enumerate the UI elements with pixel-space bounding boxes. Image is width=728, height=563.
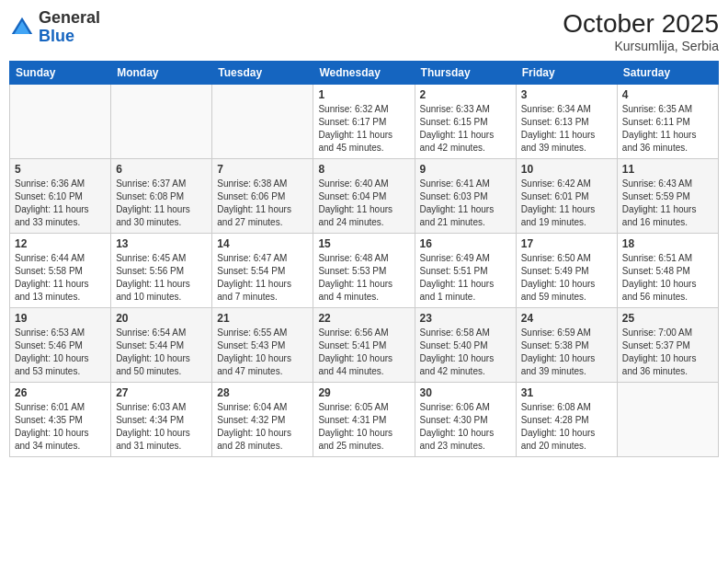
table-row: 27Sunrise: 6:03 AM Sunset: 4:34 PM Dayli…	[111, 383, 212, 457]
day-number: 19	[15, 312, 106, 325]
day-number: 9	[420, 163, 511, 176]
day-info: Sunrise: 6:53 AM Sunset: 5:46 PM Dayligh…	[15, 327, 106, 378]
day-number: 24	[521, 312, 612, 325]
calendar-week-row: 5Sunrise: 6:36 AM Sunset: 6:10 PM Daylig…	[10, 159, 719, 234]
day-number: 18	[622, 237, 713, 250]
table-row: 29Sunrise: 6:05 AM Sunset: 4:31 PM Dayli…	[313, 383, 415, 457]
day-info: Sunrise: 6:48 AM Sunset: 5:53 PM Dayligh…	[318, 252, 409, 304]
calendar-week-row: 19Sunrise: 6:53 AM Sunset: 5:46 PM Dayli…	[10, 308, 719, 383]
table-row: 6Sunrise: 6:37 AM Sunset: 6:08 PM Daylig…	[111, 159, 212, 234]
table-row: 25Sunrise: 7:00 AM Sunset: 5:37 PM Dayli…	[617, 308, 718, 383]
day-info: Sunrise: 6:08 AM Sunset: 4:28 PM Dayligh…	[521, 401, 612, 453]
day-number: 5	[15, 163, 106, 176]
day-info: Sunrise: 6:37 AM Sunset: 6:08 PM Dayligh…	[116, 178, 207, 229]
table-row: 4Sunrise: 6:35 AM Sunset: 6:11 PM Daylig…	[617, 85, 718, 159]
table-row: 30Sunrise: 6:06 AM Sunset: 4:30 PM Dayli…	[415, 383, 516, 457]
day-info: Sunrise: 6:36 AM Sunset: 6:10 PM Dayligh…	[15, 178, 106, 229]
col-monday: Monday	[111, 62, 212, 85]
day-info: Sunrise: 6:05 AM Sunset: 4:31 PM Dayligh…	[318, 401, 409, 453]
page: General Blue October 2025 Kursumlija, Se…	[0, 0, 728, 563]
day-number: 30	[420, 386, 511, 399]
table-row: 22Sunrise: 6:56 AM Sunset: 5:41 PM Dayli…	[313, 308, 415, 383]
day-number: 15	[318, 237, 409, 250]
col-wednesday: Wednesday	[313, 62, 415, 85]
day-info: Sunrise: 6:45 AM Sunset: 5:56 PM Dayligh…	[116, 252, 207, 304]
table-row	[10, 85, 111, 159]
table-row: 20Sunrise: 6:54 AM Sunset: 5:44 PM Dayli…	[111, 308, 212, 383]
day-number: 1	[318, 88, 409, 101]
day-number: 31	[521, 386, 612, 399]
table-row: 16Sunrise: 6:49 AM Sunset: 5:51 PM Dayli…	[415, 234, 516, 308]
day-number: 10	[521, 163, 612, 176]
table-row	[111, 85, 212, 159]
day-info: Sunrise: 6:04 AM Sunset: 4:32 PM Dayligh…	[217, 401, 308, 453]
table-row: 13Sunrise: 6:45 AM Sunset: 5:56 PM Dayli…	[111, 234, 212, 308]
table-row: 8Sunrise: 6:40 AM Sunset: 6:04 PM Daylig…	[313, 159, 415, 234]
col-thursday: Thursday	[415, 62, 516, 85]
day-number: 27	[116, 386, 207, 399]
table-row: 26Sunrise: 6:01 AM Sunset: 4:35 PM Dayli…	[10, 383, 111, 457]
day-info: Sunrise: 6:59 AM Sunset: 5:38 PM Dayligh…	[521, 327, 612, 378]
logo-blue: Blue	[39, 27, 74, 45]
table-row: 7Sunrise: 6:38 AM Sunset: 6:06 PM Daylig…	[212, 159, 313, 234]
col-saturday: Saturday	[617, 62, 718, 85]
day-info: Sunrise: 6:51 AM Sunset: 5:48 PM Dayligh…	[622, 252, 713, 304]
day-info: Sunrise: 6:35 AM Sunset: 6:11 PM Dayligh…	[622, 103, 713, 155]
logo: General Blue	[9, 9, 100, 46]
day-info: Sunrise: 6:47 AM Sunset: 5:54 PM Dayligh…	[217, 252, 308, 304]
calendar-header-row: Sunday Monday Tuesday Wednesday Thursday…	[10, 62, 719, 85]
day-info: Sunrise: 6:06 AM Sunset: 4:30 PM Dayligh…	[420, 401, 511, 453]
day-info: Sunrise: 7:00 AM Sunset: 5:37 PM Dayligh…	[622, 327, 713, 378]
calendar-week-row: 1Sunrise: 6:32 AM Sunset: 6:17 PM Daylig…	[10, 85, 719, 159]
table-row: 31Sunrise: 6:08 AM Sunset: 4:28 PM Dayli…	[516, 383, 617, 457]
day-number: 21	[217, 312, 308, 325]
title-block: October 2025 Kursumlija, Serbia	[563, 9, 719, 53]
day-number: 7	[217, 163, 308, 176]
table-row: 14Sunrise: 6:47 AM Sunset: 5:54 PM Dayli…	[212, 234, 313, 308]
day-info: Sunrise: 6:34 AM Sunset: 6:13 PM Dayligh…	[521, 103, 612, 155]
day-number: 16	[420, 237, 511, 250]
logo-general: General	[39, 8, 100, 27]
logo-icon	[9, 15, 35, 40]
table-row: 10Sunrise: 6:42 AM Sunset: 6:01 PM Dayli…	[516, 159, 617, 234]
day-number: 22	[318, 312, 409, 325]
day-number: 6	[116, 163, 207, 176]
table-row: 28Sunrise: 6:04 AM Sunset: 4:32 PM Dayli…	[212, 383, 313, 457]
col-tuesday: Tuesday	[212, 62, 313, 85]
day-number: 12	[15, 237, 106, 250]
day-info: Sunrise: 6:50 AM Sunset: 5:49 PM Dayligh…	[521, 252, 612, 304]
header: General Blue October 2025 Kursumlija, Se…	[9, 9, 719, 53]
day-info: Sunrise: 6:58 AM Sunset: 5:40 PM Dayligh…	[420, 327, 511, 378]
day-number: 17	[521, 237, 612, 250]
table-row	[617, 383, 718, 457]
table-row: 18Sunrise: 6:51 AM Sunset: 5:48 PM Dayli…	[617, 234, 718, 308]
day-info: Sunrise: 6:56 AM Sunset: 5:41 PM Dayligh…	[318, 327, 409, 378]
day-number: 13	[116, 237, 207, 250]
table-row: 15Sunrise: 6:48 AM Sunset: 5:53 PM Dayli…	[313, 234, 415, 308]
day-info: Sunrise: 6:03 AM Sunset: 4:34 PM Dayligh…	[116, 401, 207, 453]
day-number: 23	[420, 312, 511, 325]
table-row: 19Sunrise: 6:53 AM Sunset: 5:46 PM Dayli…	[10, 308, 111, 383]
day-number: 26	[15, 386, 106, 399]
day-number: 4	[622, 88, 713, 101]
location-subtitle: Kursumlija, Serbia	[563, 39, 719, 53]
day-info: Sunrise: 6:44 AM Sunset: 5:58 PM Dayligh…	[15, 252, 106, 304]
day-number: 20	[116, 312, 207, 325]
table-row: 21Sunrise: 6:55 AM Sunset: 5:43 PM Dayli…	[212, 308, 313, 383]
table-row	[212, 85, 313, 159]
day-number: 3	[521, 88, 612, 101]
day-info: Sunrise: 6:54 AM Sunset: 5:44 PM Dayligh…	[116, 327, 207, 378]
day-info: Sunrise: 6:49 AM Sunset: 5:51 PM Dayligh…	[420, 252, 511, 304]
day-info: Sunrise: 6:40 AM Sunset: 6:04 PM Dayligh…	[318, 178, 409, 229]
table-row: 9Sunrise: 6:41 AM Sunset: 6:03 PM Daylig…	[415, 159, 516, 234]
logo-text: General Blue	[39, 9, 100, 46]
day-number: 8	[318, 163, 409, 176]
day-info: Sunrise: 6:01 AM Sunset: 4:35 PM Dayligh…	[15, 401, 106, 453]
calendar-week-row: 26Sunrise: 6:01 AM Sunset: 4:35 PM Dayli…	[10, 383, 719, 457]
col-sunday: Sunday	[10, 62, 111, 85]
table-row: 11Sunrise: 6:43 AM Sunset: 5:59 PM Dayli…	[617, 159, 718, 234]
calendar-week-row: 12Sunrise: 6:44 AM Sunset: 5:58 PM Dayli…	[10, 234, 719, 308]
table-row: 12Sunrise: 6:44 AM Sunset: 5:58 PM Dayli…	[10, 234, 111, 308]
day-info: Sunrise: 6:42 AM Sunset: 6:01 PM Dayligh…	[521, 178, 612, 229]
day-info: Sunrise: 6:38 AM Sunset: 6:06 PM Dayligh…	[217, 178, 308, 229]
